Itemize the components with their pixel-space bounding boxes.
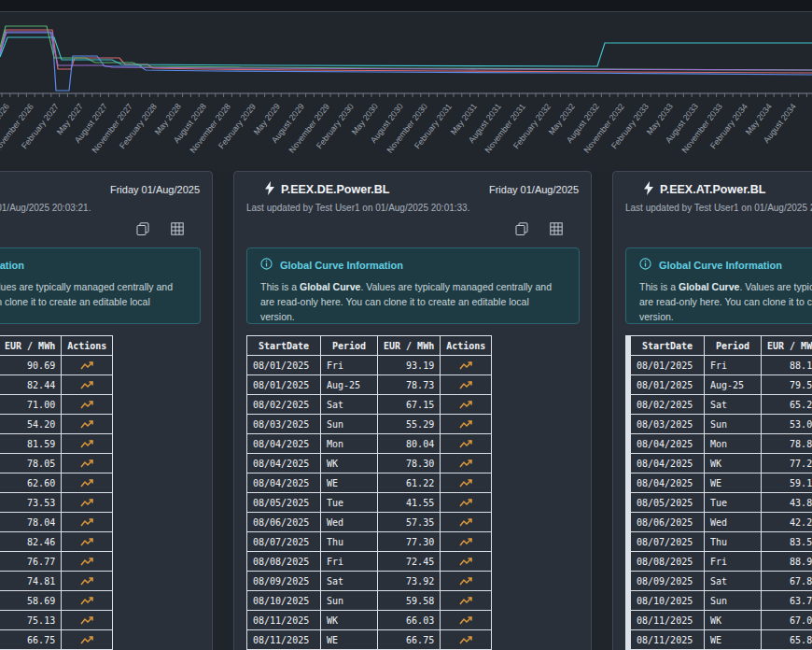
info-box-body: This is a Global Curve. Values are typic… bbox=[0, 280, 187, 324]
price-cell: 78.30 bbox=[378, 454, 441, 473]
copy-icon[interactable] bbox=[136, 222, 149, 235]
trend-action-icon[interactable] bbox=[459, 400, 473, 410]
trend-action-icon[interactable] bbox=[80, 635, 94, 645]
column-header: Period bbox=[321, 336, 378, 356]
panels-row: Friday 01/Aug/2025 Last updated by Test … bbox=[0, 171, 812, 650]
trend-action-icon[interactable] bbox=[459, 478, 473, 488]
column-header: StartDate bbox=[247, 336, 321, 356]
table-row: 08/04/2025Mon78.80 bbox=[626, 434, 812, 454]
start-date-cell: 08/11/2025 bbox=[247, 611, 321, 630]
chart-series-teal bbox=[0, 37, 812, 66]
period-cell: Sat bbox=[321, 395, 378, 415]
trend-action-icon[interactable] bbox=[459, 459, 473, 469]
table-header-row: StartDatePeriodEUR / MWhActions bbox=[626, 336, 812, 356]
curve-panel-left: Friday 01/Aug/2025 Last updated by Test … bbox=[0, 171, 213, 650]
trend-action-icon[interactable] bbox=[80, 439, 94, 449]
curve-date: Friday 01/Aug/2025 bbox=[489, 184, 579, 195]
trend-action-icon[interactable] bbox=[80, 498, 94, 508]
period-cell: Sat bbox=[705, 572, 762, 591]
start-date-cell: 08/07/2025 bbox=[247, 532, 321, 552]
start-date-cell: 08/04/2025 bbox=[631, 473, 705, 493]
trend-action-icon[interactable] bbox=[80, 380, 94, 390]
price-cell: 77.24 bbox=[762, 454, 812, 473]
period-cell: Sat bbox=[705, 395, 762, 415]
price-cell: 66.03 bbox=[378, 611, 441, 630]
price-cell: 93.19 bbox=[378, 356, 441, 375]
chart-area: August 2026November 2026February 2027May… bbox=[0, 12, 812, 171]
table-view-icon[interactable] bbox=[171, 222, 184, 235]
table-row: 08/01/2025Aug-2579.59 bbox=[626, 375, 812, 395]
price-cell: 78.05 bbox=[0, 454, 62, 473]
trend-action-icon[interactable] bbox=[459, 419, 473, 430]
start-date-cell: 08/05/2025 bbox=[631, 493, 705, 513]
trend-action-icon[interactable] bbox=[80, 459, 94, 469]
price-cell: 90.69 bbox=[0, 356, 62, 375]
trend-action-icon[interactable] bbox=[459, 498, 473, 508]
table-row: 08/03/2025Sun55.29 bbox=[247, 415, 492, 434]
table-row: 08/09/2025Sat67.84 bbox=[626, 572, 812, 591]
trend-action-icon[interactable] bbox=[459, 439, 473, 449]
trend-action-icon[interactable] bbox=[80, 478, 94, 488]
trend-action-icon[interactable] bbox=[459, 360, 473, 371]
panel-header: Friday 01/Aug/2025 Last updated by Test … bbox=[0, 172, 212, 236]
table-row: 82.46 bbox=[0, 532, 113, 552]
trend-action-icon[interactable] bbox=[80, 615, 94, 626]
start-date-cell: 08/01/2025 bbox=[631, 375, 705, 395]
start-date-cell: 08/11/2025 bbox=[631, 611, 705, 630]
trend-action-icon[interactable] bbox=[80, 360, 94, 371]
price-cell: 88.13 bbox=[762, 356, 812, 375]
start-date-cell: 08/03/2025 bbox=[247, 415, 321, 434]
table-row: 08/02/2025Sat67.15 bbox=[247, 395, 492, 415]
start-date-cell: 08/04/2025 bbox=[631, 454, 705, 473]
table-row: 82.44 bbox=[0, 375, 113, 395]
table-row: 78.04 bbox=[0, 513, 113, 532]
price-cell: 43.80 bbox=[762, 493, 812, 513]
table-row: 90.69 bbox=[0, 356, 113, 375]
trend-action-icon[interactable] bbox=[459, 596, 473, 606]
trend-action-icon[interactable] bbox=[80, 400, 94, 410]
trend-action-icon[interactable] bbox=[80, 517, 94, 528]
start-date-cell: 08/01/2025 bbox=[247, 375, 321, 395]
global-curve-info-box: Global Curve Information This is a Globa… bbox=[625, 247, 812, 324]
table-row: 75.13 bbox=[0, 611, 113, 630]
trend-action-icon[interactable] bbox=[459, 615, 473, 626]
trend-action-icon[interactable] bbox=[80, 557, 94, 567]
chart-series-green bbox=[0, 26, 812, 70]
period-cell: WK bbox=[705, 611, 762, 630]
copy-icon[interactable] bbox=[515, 222, 528, 235]
trend-action-icon[interactable] bbox=[80, 419, 94, 430]
start-date-cell: 08/01/2025 bbox=[631, 356, 705, 375]
trend-action-icon[interactable] bbox=[459, 537, 473, 547]
trend-action-icon[interactable] bbox=[459, 557, 473, 567]
trend-action-icon[interactable] bbox=[459, 517, 473, 528]
top-scroll-strip[interactable] bbox=[0, 0, 812, 12]
period-cell: Thu bbox=[321, 532, 378, 552]
info-box-body: This is a Global Curve. Values are typic… bbox=[260, 280, 566, 324]
price-cell: 58.69 bbox=[0, 591, 62, 611]
info-box-title: Global Curve Information bbox=[0, 260, 24, 271]
trend-action-icon[interactable] bbox=[80, 537, 94, 547]
trend-action-icon[interactable] bbox=[459, 380, 473, 390]
start-date-cell: 08/06/2025 bbox=[247, 513, 321, 532]
table-row: 62.60 bbox=[0, 473, 113, 493]
start-date-cell: 08/02/2025 bbox=[631, 395, 705, 415]
start-date-cell: 08/08/2025 bbox=[631, 552, 705, 572]
period-cell: WE bbox=[321, 630, 378, 650]
table-header-row: StartDatePeriodEUR / MWhActions bbox=[0, 336, 113, 356]
table-view-icon[interactable] bbox=[550, 222, 563, 235]
price-cell: 66.75 bbox=[378, 630, 441, 650]
trend-action-icon[interactable] bbox=[80, 596, 94, 606]
trend-action-icon[interactable] bbox=[80, 576, 94, 586]
price-cell: 80.04 bbox=[378, 434, 441, 454]
trend-action-icon[interactable] bbox=[459, 635, 473, 645]
info-icon bbox=[260, 258, 273, 272]
trend-action-icon[interactable] bbox=[459, 576, 473, 586]
period-cell: Wed bbox=[321, 513, 378, 532]
table-row: 08/09/2025Sat73.92 bbox=[247, 572, 492, 591]
table-row: 73.53 bbox=[0, 493, 113, 513]
table-row: 66.75 bbox=[0, 630, 113, 650]
period-cell: Wed bbox=[705, 513, 762, 532]
table-row: 08/01/2025Fri93.19 bbox=[247, 356, 492, 375]
start-date-cell: 08/10/2025 bbox=[631, 591, 705, 611]
table-row: 78.05 bbox=[0, 454, 113, 473]
